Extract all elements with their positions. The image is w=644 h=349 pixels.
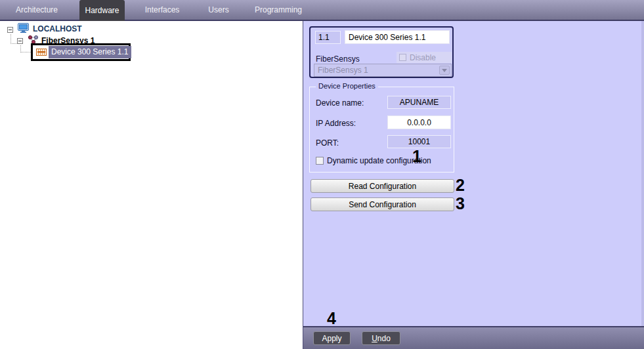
device-tree-pane: LOCALHOST FiberSensys 1 Device 300 Serie… — [0, 21, 303, 349]
disable-checkbox-label: Disable — [410, 53, 436, 62]
computer-icon — [18, 23, 30, 35]
tab-architecture[interactable]: Architecture — [7, 0, 67, 20]
parent-server-dropdown-value: FiberSensys 1 — [318, 66, 368, 75]
device-properties-group: Device Properties Device name: IP Addres… — [309, 87, 454, 173]
ip-address-input[interactable] — [387, 115, 451, 129]
annotation-4: 4 — [327, 310, 336, 327]
module-label: FiberSensys — [316, 54, 360, 64]
expand-collapse-icon[interactable] — [17, 38, 23, 44]
application-window: Architecture Hardware Interfaces Users P… — [0, 0, 644, 349]
tab-users[interactable]: Users — [199, 0, 238, 20]
device-name-label: Device name: — [316, 98, 364, 108]
action-bar: Apply Undo — [303, 326, 644, 349]
annotation-box-selected-device: Device 300 Series 1.1 — [31, 43, 131, 61]
tab-interfaces[interactable]: Interfaces — [133, 0, 191, 20]
device-identity-box: FiberSensys Disable FiberSensys 1 — [309, 26, 454, 78]
tab-hardware[interactable]: Hardware — [79, 0, 125, 21]
send-configuration-button[interactable]: Send Configuration — [311, 197, 454, 211]
annotation-1: 1 — [412, 148, 421, 165]
disable-checkbox — [399, 54, 406, 61]
disable-checkbox-group: Disable — [397, 52, 452, 63]
undo-accelerator: U — [372, 334, 377, 343]
dynamic-update-checkbox[interactable] — [316, 157, 324, 165]
ip-address-label: IP Address: — [316, 119, 356, 128]
dropdown-arrow-button — [439, 66, 450, 75]
annotation-3: 3 — [456, 195, 465, 212]
tree-item-device-selected[interactable]: Device 300 Series 1.1 — [49, 46, 131, 58]
device-name-input[interactable] — [387, 96, 451, 109]
read-configuration-button[interactable]: Read Configuration — [311, 179, 454, 193]
tree-item-localhost[interactable]: LOCALHOST — [33, 24, 82, 33]
tab-programming[interactable]: Programming — [247, 0, 310, 20]
annotation-2: 2 — [456, 177, 465, 194]
settings-pane: FiberSensys Disable FiberSensys 1 Device… — [303, 21, 644, 349]
port-label: PORT: — [316, 138, 339, 148]
apply-button[interactable]: Apply — [313, 331, 351, 345]
chevron-down-icon — [442, 69, 447, 75]
tab-bar: Architecture Hardware Interfaces Users P… — [0, 0, 644, 21]
undo-label-rest: ndo — [377, 334, 391, 343]
device-name-title-field[interactable] — [345, 30, 450, 44]
expand-collapse-icon[interactable] — [7, 27, 13, 33]
device-icon — [36, 48, 47, 56]
undo-button[interactable]: Undo — [362, 331, 400, 345]
port-input[interactable] — [387, 135, 451, 148]
device-id-field — [315, 31, 341, 44]
group-title: Device Properties — [316, 82, 378, 90]
pane-right-edge — [641, 21, 644, 326]
parent-server-dropdown: FiberSensys 1 — [314, 64, 452, 77]
